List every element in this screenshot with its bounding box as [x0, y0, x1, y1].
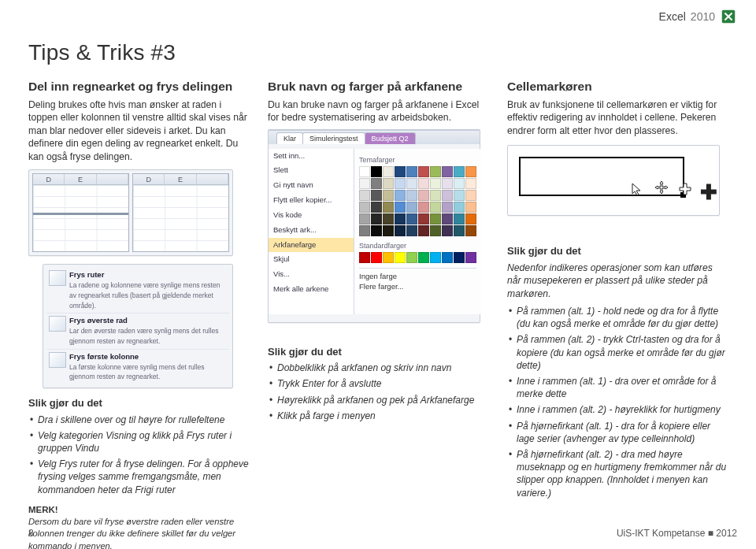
color-swatch: [371, 178, 382, 189]
swatch-group-title: Temafarger: [359, 155, 476, 165]
color-swatch: [442, 190, 453, 201]
select-cursor-icon: [678, 180, 692, 202]
intro-tabs: Du kan bruke navn og farger på arkfanene…: [268, 98, 488, 124]
color-swatch: [430, 252, 441, 263]
howto-heading: Slik gjør du det: [507, 244, 728, 258]
menu-item-more-colors: Flere farger...: [359, 282, 476, 292]
color-swatch: [418, 252, 429, 263]
color-swatch: [430, 166, 441, 177]
freeze-menu-item: Frys ruterLa radene og kolonnene være sy…: [46, 268, 229, 313]
color-swatch: [430, 190, 441, 201]
howto-list-tabs: Dobbelklikk på arkfanen og skriv inn nav…: [269, 362, 488, 422]
color-swatch: [371, 202, 382, 213]
context-menu-item: Flytt eller kopier...: [269, 193, 354, 208]
color-swatch: [395, 190, 406, 201]
list-item: På hjørnefirkant (alt. 2) - dra med høyr…: [509, 448, 728, 499]
color-swatch: [359, 202, 370, 213]
color-swatch: [395, 166, 406, 177]
heading-tabs: Bruk navn og farger på arkfanene: [268, 79, 488, 95]
context-menu-item: Sett inn...: [269, 149, 354, 164]
split-bar: [33, 213, 128, 215]
col-header: E: [165, 174, 196, 184]
color-swatch: [383, 202, 394, 213]
sheet-tab: Simuleringstest: [302, 132, 365, 144]
color-swatch: [418, 166, 429, 177]
color-swatch: [406, 252, 417, 263]
color-swatch: [418, 178, 429, 189]
howto-heading: Slik gjør du det: [268, 345, 488, 359]
color-swatch: [395, 178, 406, 189]
context-menu-item: Vis...: [269, 267, 354, 282]
color-swatch: [359, 225, 370, 236]
color-swatch: [442, 202, 453, 213]
color-swatch: [454, 252, 465, 263]
color-swatch: [454, 225, 465, 236]
note-label: MERK!: [28, 504, 249, 517]
list-item: Inne i rammen (alt. 1) - dra over et omr…: [509, 375, 728, 400]
color-swatch: [418, 190, 429, 201]
screenshot-cell-cursors: ✚: [507, 145, 720, 216]
color-swatch: [359, 166, 370, 177]
context-menu-item: Beskytt ark...: [269, 223, 354, 238]
color-swatch: [383, 166, 394, 177]
intro-cursor: Bruk av funksjonene til cellemarkøren er…: [507, 98, 728, 137]
color-swatch: [371, 225, 382, 236]
color-swatch: [430, 213, 441, 224]
list-item: På rammen (alt. 1) - hold nede og dra fo…: [509, 305, 728, 330]
color-swatch: [406, 166, 417, 177]
page-number: 8: [28, 527, 34, 540]
list-item: Inne i rammen (alt. 2) - høyreklikk for …: [509, 403, 728, 416]
color-swatch: [430, 178, 441, 189]
page-footer: 8 UiS-IKT Kompetanse ■ 2012: [28, 527, 737, 540]
color-swatch: [442, 178, 453, 189]
howto-list-cursor: På rammen (alt. 1) - hold nede og dra fo…: [509, 305, 728, 499]
color-swatch: [465, 202, 476, 213]
color-swatch: [395, 202, 406, 213]
howto-heading: Slik gjør du det: [28, 396, 249, 410]
arrow-cursor-icon: [631, 182, 643, 201]
sheet-tab: Budsjett Q2: [365, 132, 416, 144]
color-swatch: [454, 202, 465, 213]
intro-split: Deling brukes ofte hvis man ønsker at ra…: [28, 98, 249, 163]
heading-split: Del inn regnearket og frys delingen: [28, 79, 249, 95]
color-swatch: [454, 190, 465, 201]
color-swatch: [371, 166, 382, 177]
app-name: Excel: [659, 9, 686, 24]
excel-icon: [720, 8, 737, 25]
color-swatch: [371, 252, 382, 263]
howto-intro: Nedenfor indikeres operasjoner som kan u…: [507, 262, 728, 300]
context-menu-item: Merk alle arkene: [269, 282, 354, 297]
color-swatch: [383, 225, 394, 236]
color-swatch: [359, 252, 370, 263]
color-swatch: [465, 252, 476, 263]
color-swatch: [418, 225, 429, 236]
color-swatch: [395, 252, 406, 263]
color-swatch: [454, 166, 465, 177]
swatch-group-title: Standardfarger: [359, 241, 476, 250]
color-swatch: [465, 166, 476, 177]
color-swatch: [442, 166, 453, 177]
color-swatch: [465, 178, 476, 189]
context-menu-item: Slett: [269, 163, 354, 178]
color-swatch: [395, 213, 406, 224]
page-title: Tips & Triks #3: [28, 38, 728, 68]
list-item: Klikk på farge i menyen: [269, 410, 488, 422]
howto-list-split: Dra i skillene over og til høyre for rul…: [30, 414, 249, 496]
list-item: Velg Frys ruter for å fryse delingen. Fo…: [30, 458, 249, 496]
screenshot-split-panes: DE DE: [28, 169, 233, 256]
col-header: D: [33, 174, 65, 184]
color-swatch: [383, 178, 394, 189]
list-item: På hjørnefirkant (alt. 1) - dra for å ko…: [509, 420, 728, 445]
list-item: På rammen (alt. 2) - trykk Ctrl-tasten o…: [509, 333, 728, 372]
color-swatch: [465, 225, 476, 236]
color-swatch: [371, 190, 382, 201]
color-swatch: [442, 225, 453, 236]
color-swatch: [359, 190, 370, 201]
freeze-menu-item: Frys øverste radLar den øverste raden væ…: [46, 313, 229, 349]
column-cell-cursor: Cellemarkøren Bruk av funksjonene til ce…: [507, 79, 728, 549]
color-swatch: [359, 213, 370, 224]
heading-cursor: Cellemarkøren: [507, 79, 728, 95]
color-swatch: [395, 225, 406, 236]
color-swatch: [359, 178, 370, 189]
footer-credit: UiS-IKT Kompetanse ■ 2012: [617, 527, 737, 540]
